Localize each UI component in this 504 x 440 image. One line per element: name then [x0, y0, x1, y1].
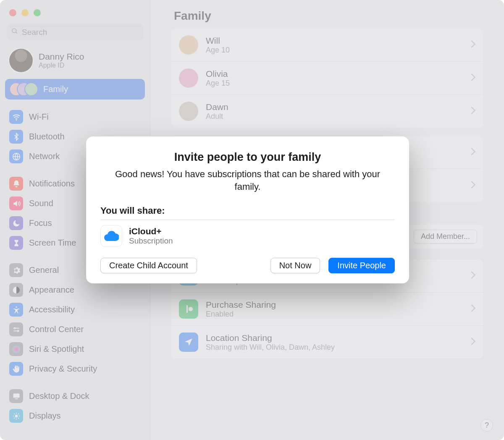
sidebar-item-label: Accessibility	[29, 305, 75, 314]
sidebar-item-desktop-dock[interactable]: Desktop & Dock	[5, 386, 145, 406]
zoom-window-button[interactable]	[34, 9, 41, 16]
family-member-row[interactable]: OliviaAge 15	[171, 61, 483, 94]
close-window-button[interactable]	[9, 9, 16, 16]
avatar	[9, 49, 33, 72]
sidebar-item-label: Control Center	[29, 325, 84, 334]
chevron-right-icon	[471, 271, 475, 280]
sidebar-item-label: Focus	[29, 218, 52, 228]
apple-id-row[interactable]: Danny Rico Apple ID	[0, 45, 150, 79]
sidebar-item-label: Screen Time	[29, 238, 76, 248]
invite-modal: Invite people to your family Good news! …	[86, 136, 409, 283]
account-name: Danny Rico	[39, 52, 84, 62]
desktop-icon	[9, 389, 23, 403]
chevron-right-icon	[471, 40, 475, 50]
sidebar-item-wi-fi[interactable]: Wi-Fi	[5, 107, 145, 127]
feature-sub: Enabled	[206, 310, 276, 319]
svg-point-5	[16, 306, 17, 307]
accessibility-icon	[9, 303, 23, 317]
feature-row-purchase-sharing[interactable]: Purchase SharingEnabled	[171, 292, 483, 325]
sidebar-item-displays[interactable]: Displays	[5, 406, 145, 426]
member-name: Dawn	[206, 102, 228, 112]
family-member-row[interactable]: WillAge 10	[171, 29, 483, 61]
bell-icon	[9, 177, 23, 191]
sidebar-item-label: Sound	[29, 199, 53, 208]
chevron-right-icon	[471, 148, 475, 157]
not-now-button[interactable]: Not Now	[270, 258, 320, 273]
feature-title: Location Sharing	[206, 333, 335, 343]
svg-point-7	[17, 330, 18, 331]
sidebar-item-family[interactable]: Family	[5, 79, 145, 100]
chevron-right-icon	[471, 73, 475, 83]
sidebar-item-label: Family	[43, 84, 68, 94]
share-heading: You will share:	[100, 205, 395, 216]
bluetooth-icon	[9, 130, 23, 144]
hourglass-icon	[9, 236, 23, 250]
sidebar-item-label: Bluetooth	[29, 132, 65, 141]
invite-people-button[interactable]: Invite People	[328, 258, 395, 273]
control-center-icon	[9, 322, 23, 336]
sidebar-item-label: Notifications	[29, 179, 75, 189]
svg-rect-9	[13, 393, 19, 398]
minimize-window-button[interactable]	[21, 9, 29, 16]
share-item-sub: Subscription	[129, 236, 173, 246]
family-members-panel: WillAge 10OliviaAge 15DawnAdult	[171, 29, 483, 128]
create-child-account-button[interactable]: Create Child Account	[100, 258, 197, 273]
feature-icon	[179, 299, 198, 319]
appearance-icon	[9, 283, 23, 297]
displays-icon	[9, 409, 23, 423]
gear-icon	[9, 263, 23, 277]
svg-point-2	[16, 120, 16, 120]
search-field[interactable]	[7, 24, 143, 40]
member-name: Will	[206, 36, 230, 46]
sidebar-item-label: General	[29, 265, 59, 275]
sidebar-item-label: Displays	[29, 411, 61, 421]
feature-icon	[179, 333, 198, 352]
search-input[interactable]	[22, 28, 139, 37]
sidebar-item-label: Desktop & Dock	[29, 391, 89, 401]
help-button[interactable]: ?	[480, 419, 493, 432]
member-sub: Adult	[206, 112, 228, 121]
modal-title: Invite people to your family	[100, 151, 395, 164]
member-sub: Age 15	[206, 79, 230, 88]
sidebar-item-label: Siri & Spotlight	[29, 344, 84, 354]
settings-window: Danny Rico Apple ID Family Wi-FiBluetoot…	[0, 0, 504, 440]
account-subtitle: Apple ID	[39, 62, 84, 69]
avatar	[179, 35, 198, 55]
siri-icon	[9, 342, 23, 356]
family-member-row[interactable]: DawnAdult	[171, 94, 483, 128]
window-controls	[0, 5, 150, 24]
svg-point-8	[12, 345, 20, 353]
sidebar-item-control-center[interactable]: Control Center	[5, 320, 145, 339]
moon-icon	[9, 216, 23, 230]
chevron-right-icon	[471, 107, 475, 116]
sidebar-item-siri-spotlight[interactable]: Siri & Spotlight	[5, 339, 145, 359]
icloud-icon	[100, 225, 122, 247]
sidebar-item-privacy-security[interactable]: Privacy & Security	[5, 359, 145, 379]
svg-point-6	[14, 327, 15, 329]
hand-icon	[9, 362, 23, 376]
chevron-right-icon	[471, 181, 475, 190]
chevron-right-icon	[471, 338, 475, 347]
sidebar-item-label: Appearance	[29, 285, 74, 295]
sidebar-item-accessibility[interactable]: Accessibility	[5, 300, 145, 320]
add-member-button[interactable]: Add Member...	[414, 230, 477, 244]
avatar	[179, 102, 198, 121]
share-item-title: iCloud+	[129, 226, 173, 236]
avatar	[179, 68, 198, 88]
member-sub: Age 10	[206, 46, 230, 55]
svg-point-10	[15, 414, 18, 417]
modal-subtitle: Good news! You have subscriptions that c…	[105, 168, 391, 193]
share-item-icloud: iCloud+ Subscription	[100, 225, 395, 247]
sidebar-item-label: Network	[29, 152, 60, 161]
feature-sub: Sharing with Will, Olivia, Dawn, Ashley	[206, 343, 335, 352]
sidebar-item-label: Privacy & Security	[29, 364, 97, 374]
wifi-icon	[9, 110, 23, 124]
feature-row-location-sharing[interactable]: Location SharingSharing with Will, Olivi…	[171, 325, 483, 359]
sound-icon	[9, 196, 23, 210]
svg-line-1	[16, 32, 17, 34]
svg-point-0	[12, 29, 16, 33]
member-name: Olivia	[206, 69, 230, 79]
feature-title: Purchase Sharing	[206, 300, 276, 310]
divider	[100, 220, 395, 220]
sidebar-item-label: Wi-Fi	[29, 112, 49, 122]
